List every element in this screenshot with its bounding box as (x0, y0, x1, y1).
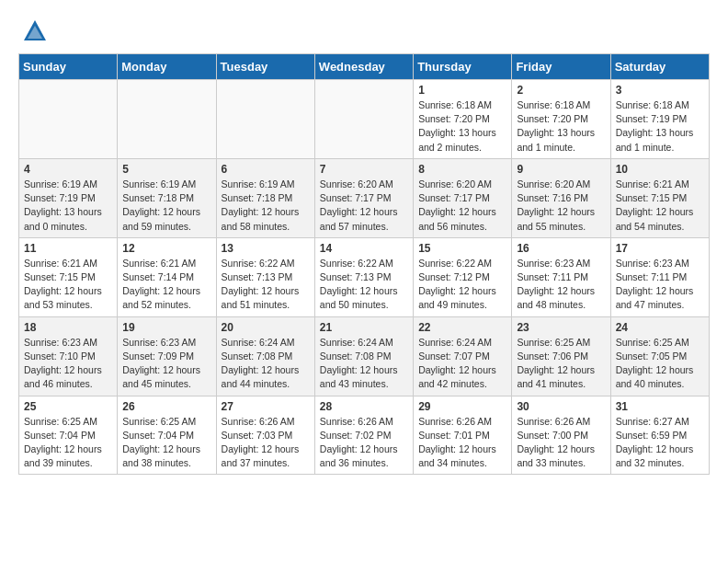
weekday-header-thursday: Thursday (414, 54, 512, 80)
calendar-empty (118, 80, 216, 159)
calendar-day-2: 2Sunrise: 6:18 AM Sunset: 7:20 PM Daylig… (512, 80, 610, 159)
calendar-day-11: 11Sunrise: 6:21 AM Sunset: 7:15 PM Dayli… (19, 237, 118, 316)
day-number: 16 (517, 242, 605, 255)
calendar-day-23: 23Sunrise: 6:25 AM Sunset: 7:06 PM Dayli… (512, 316, 610, 396)
day-number: 2 (517, 84, 605, 97)
day-number: 23 (517, 321, 605, 334)
day-number: 31 (616, 400, 704, 413)
calendar-day-30: 30Sunrise: 6:26 AM Sunset: 7:00 PM Dayli… (512, 396, 610, 475)
calendar-day-18: 18Sunrise: 6:23 AM Sunset: 7:10 PM Dayli… (19, 316, 118, 396)
weekday-header-sunday: Sunday (19, 54, 118, 80)
calendar-week-4: 18Sunrise: 6:23 AM Sunset: 7:10 PM Dayli… (19, 316, 710, 396)
calendar-day-28: 28Sunrise: 6:26 AM Sunset: 7:02 PM Dayli… (314, 396, 413, 475)
logo-icon (22, 18, 48, 44)
day-number: 20 (222, 321, 310, 334)
weekday-header-wednesday: Wednesday (314, 54, 413, 80)
calendar-day-17: 17Sunrise: 6:23 AM Sunset: 7:11 PM Dayli… (610, 237, 709, 316)
calendar-day-16: 16Sunrise: 6:23 AM Sunset: 7:11 PM Dayli… (512, 237, 610, 316)
day-info: Sunrise: 6:21 AM Sunset: 7:15 PM Dayligh… (24, 257, 112, 313)
calendar-day-1: 1Sunrise: 6:18 AM Sunset: 7:20 PM Daylig… (414, 80, 512, 159)
day-info: Sunrise: 6:19 AM Sunset: 7:18 PM Dayligh… (122, 178, 210, 234)
day-number: 13 (222, 242, 310, 255)
day-number: 11 (24, 242, 112, 255)
day-info: Sunrise: 6:21 AM Sunset: 7:15 PM Dayligh… (616, 178, 704, 234)
weekday-header-friday: Friday (512, 54, 610, 80)
day-info: Sunrise: 6:23 AM Sunset: 7:11 PM Dayligh… (517, 257, 605, 313)
day-info: Sunrise: 6:22 AM Sunset: 7:13 PM Dayligh… (222, 257, 310, 313)
weekday-header-monday: Monday (118, 54, 216, 80)
day-number: 14 (320, 242, 408, 255)
calendar-week-5: 25Sunrise: 6:25 AM Sunset: 7:04 PM Dayli… (19, 396, 710, 475)
calendar-day-29: 29Sunrise: 6:26 AM Sunset: 7:01 PM Dayli… (414, 396, 512, 475)
calendar-day-6: 6Sunrise: 6:19 AM Sunset: 7:18 PM Daylig… (216, 158, 314, 237)
calendar-day-3: 3Sunrise: 6:18 AM Sunset: 7:19 PM Daylig… (610, 80, 709, 159)
day-number: 19 (122, 321, 210, 334)
day-number: 26 (122, 400, 210, 413)
calendar-day-14: 14Sunrise: 6:22 AM Sunset: 7:13 PM Dayli… (314, 237, 413, 316)
day-info: Sunrise: 6:20 AM Sunset: 7:17 PM Dayligh… (320, 178, 408, 234)
day-info: Sunrise: 6:26 AM Sunset: 7:01 PM Dayligh… (418, 415, 506, 471)
calendar-day-22: 22Sunrise: 6:24 AM Sunset: 7:07 PM Dayli… (414, 316, 512, 396)
calendar-table: SundayMondayTuesdayWednesdayThursdayFrid… (18, 53, 710, 475)
day-info: Sunrise: 6:23 AM Sunset: 7:11 PM Dayligh… (616, 257, 704, 313)
calendar-day-19: 19Sunrise: 6:23 AM Sunset: 7:09 PM Dayli… (118, 316, 216, 396)
day-info: Sunrise: 6:25 AM Sunset: 7:05 PM Dayligh… (616, 336, 704, 392)
day-number: 12 (122, 242, 210, 255)
page-header (18, 18, 710, 44)
day-info: Sunrise: 6:25 AM Sunset: 7:04 PM Dayligh… (122, 415, 210, 471)
calendar-week-3: 11Sunrise: 6:21 AM Sunset: 7:15 PM Dayli… (19, 237, 710, 316)
day-number: 18 (24, 321, 112, 334)
day-info: Sunrise: 6:19 AM Sunset: 7:19 PM Dayligh… (24, 178, 112, 234)
day-number: 28 (320, 400, 408, 413)
calendar-day-7: 7Sunrise: 6:20 AM Sunset: 7:17 PM Daylig… (314, 158, 413, 237)
day-info: Sunrise: 6:24 AM Sunset: 7:08 PM Dayligh… (320, 336, 408, 392)
calendar-day-12: 12Sunrise: 6:21 AM Sunset: 7:14 PM Dayli… (118, 237, 216, 316)
day-info: Sunrise: 6:27 AM Sunset: 6:59 PM Dayligh… (616, 415, 704, 471)
day-number: 30 (517, 400, 605, 413)
day-number: 5 (122, 163, 210, 176)
day-info: Sunrise: 6:18 AM Sunset: 7:20 PM Dayligh… (517, 98, 605, 155)
day-info: Sunrise: 6:25 AM Sunset: 7:04 PM Dayligh… (24, 415, 112, 471)
calendar-day-24: 24Sunrise: 6:25 AM Sunset: 7:05 PM Dayli… (610, 316, 709, 396)
calendar-day-5: 5Sunrise: 6:19 AM Sunset: 7:18 PM Daylig… (118, 158, 216, 237)
calendar-empty (216, 80, 314, 159)
day-number: 7 (320, 163, 408, 176)
calendar-day-26: 26Sunrise: 6:25 AM Sunset: 7:04 PM Dayli… (118, 396, 216, 475)
day-info: Sunrise: 6:22 AM Sunset: 7:13 PM Dayligh… (320, 257, 408, 313)
calendar-day-25: 25Sunrise: 6:25 AM Sunset: 7:04 PM Dayli… (19, 396, 118, 475)
day-info: Sunrise: 6:20 AM Sunset: 7:16 PM Dayligh… (517, 178, 605, 234)
day-number: 22 (418, 321, 506, 334)
day-info: Sunrise: 6:23 AM Sunset: 7:09 PM Dayligh… (122, 336, 210, 392)
weekday-header-row: SundayMondayTuesdayWednesdayThursdayFrid… (19, 54, 710, 80)
day-number: 4 (24, 163, 112, 176)
day-number: 8 (418, 163, 506, 176)
day-number: 3 (616, 84, 704, 97)
calendar-empty (19, 80, 118, 159)
day-info: Sunrise: 6:26 AM Sunset: 7:02 PM Dayligh… (320, 415, 408, 471)
day-number: 10 (616, 163, 704, 176)
day-info: Sunrise: 6:21 AM Sunset: 7:14 PM Dayligh… (122, 257, 210, 313)
calendar-week-2: 4Sunrise: 6:19 AM Sunset: 7:19 PM Daylig… (19, 158, 710, 237)
calendar-day-27: 27Sunrise: 6:26 AM Sunset: 7:03 PM Dayli… (216, 396, 314, 475)
day-number: 29 (418, 400, 506, 413)
day-info: Sunrise: 6:24 AM Sunset: 7:07 PM Dayligh… (418, 336, 506, 392)
day-number: 27 (222, 400, 310, 413)
calendar-day-9: 9Sunrise: 6:20 AM Sunset: 7:16 PM Daylig… (512, 158, 610, 237)
day-info: Sunrise: 6:18 AM Sunset: 7:20 PM Dayligh… (418, 98, 506, 155)
logo (18, 18, 48, 44)
calendar-empty (314, 80, 413, 159)
day-number: 9 (517, 163, 605, 176)
weekday-header-tuesday: Tuesday (216, 54, 314, 80)
day-number: 17 (616, 242, 704, 255)
day-number: 15 (418, 242, 506, 255)
calendar-day-20: 20Sunrise: 6:24 AM Sunset: 7:08 PM Dayli… (216, 316, 314, 396)
calendar-day-31: 31Sunrise: 6:27 AM Sunset: 6:59 PM Dayli… (610, 396, 709, 475)
day-info: Sunrise: 6:18 AM Sunset: 7:19 PM Dayligh… (616, 98, 704, 155)
day-info: Sunrise: 6:25 AM Sunset: 7:06 PM Dayligh… (517, 336, 605, 392)
calendar-day-21: 21Sunrise: 6:24 AM Sunset: 7:08 PM Dayli… (314, 316, 413, 396)
day-info: Sunrise: 6:24 AM Sunset: 7:08 PM Dayligh… (222, 336, 310, 392)
day-number: 25 (24, 400, 112, 413)
calendar-day-13: 13Sunrise: 6:22 AM Sunset: 7:13 PM Dayli… (216, 237, 314, 316)
day-number: 21 (320, 321, 408, 334)
calendar-day-10: 10Sunrise: 6:21 AM Sunset: 7:15 PM Dayli… (610, 158, 709, 237)
